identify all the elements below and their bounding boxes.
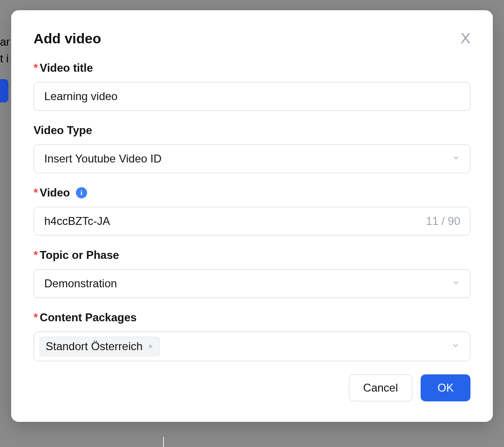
required-asterisk: * [34, 61, 38, 74]
topic-phase-label: *Topic or Phase [34, 249, 470, 262]
info-icon[interactable]: i [76, 187, 87, 198]
content-packages-group: *Content Packages Standort Österreich [34, 311, 470, 361]
video-type-select[interactable]: Insert Youtube Video ID [34, 144, 470, 173]
video-label: *Video i [34, 186, 470, 199]
modal-header: Add video X [34, 31, 470, 47]
required-asterisk: * [34, 249, 38, 261]
tag-label: Standort Österreich [46, 340, 143, 353]
cancel-button[interactable]: Cancel [349, 374, 413, 401]
video-type-group: Video Type Insert Youtube Video ID [34, 124, 470, 173]
video-id-input[interactable] [34, 207, 470, 236]
required-asterisk: * [34, 311, 38, 324]
topic-phase-group: *Topic or Phase Demonstration [34, 249, 470, 298]
video-title-group: *Video title [34, 61, 470, 111]
modal-title: Add video [34, 31, 101, 47]
video-type-label: Video Type [34, 124, 470, 137]
topic-phase-select[interactable]: Demonstration [34, 269, 470, 298]
ok-button[interactable]: OK [421, 374, 470, 401]
modal-footer: Cancel OK [34, 374, 470, 401]
content-package-tag: Standort Österreich [40, 337, 160, 356]
video-title-label: *Video title [34, 61, 470, 74]
content-packages-select[interactable]: Standort Österreich [34, 332, 470, 361]
modal-overlay: Add video X *Video title Video Type Inse… [0, 0, 504, 447]
topic-phase-value: Demonstration [44, 277, 117, 290]
tag-remove-button[interactable] [147, 341, 154, 352]
close-icon [147, 341, 154, 352]
video-group: *Video i 11 / 90 [34, 186, 470, 236]
close-button[interactable]: X [461, 31, 470, 46]
character-counter: 11 / 90 [426, 215, 460, 228]
add-video-modal: Add video X *Video title Video Type Inse… [11, 10, 493, 422]
chevron-down-icon [451, 341, 460, 352]
required-asterisk: * [34, 186, 38, 199]
video-title-input[interactable] [34, 82, 470, 111]
content-packages-label: *Content Packages [34, 311, 470, 324]
close-icon: X [461, 30, 470, 47]
video-type-value: Insert Youtube Video ID [44, 152, 162, 165]
